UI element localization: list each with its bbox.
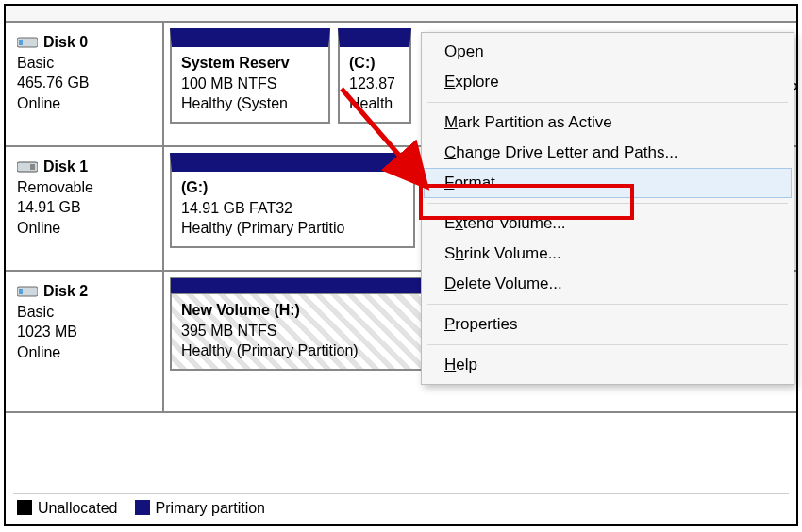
legend-label: Unallocated — [38, 500, 118, 516]
disk-basic-icon — [17, 36, 38, 49]
menu-separator — [427, 304, 788, 305]
svg-rect-5 — [19, 289, 23, 294]
disk-status: Online — [17, 218, 155, 239]
menu-separator — [427, 203, 788, 204]
legend-label: Primary partition — [156, 500, 265, 516]
disk-type: Removable — [17, 177, 155, 198]
legend: Unallocated Primary partition — [13, 493, 789, 523]
menu-open[interactable]: Open — [424, 37, 792, 67]
menu-format[interactable]: Format... — [424, 168, 792, 198]
menu-extend[interactable]: Extend Volume... — [424, 208, 792, 239]
menu-change-letter[interactable]: Change Drive Letter and Paths... — [424, 138, 792, 168]
svg-rect-3 — [30, 164, 35, 170]
menu-separator — [427, 344, 788, 345]
menu-delete[interactable]: Delete Volume... — [424, 269, 792, 299]
disk-status: Online — [17, 93, 155, 114]
partition-health: Healthy (Primary Partitio — [181, 218, 404, 239]
disk-name: Disk 0 — [43, 32, 88, 53]
menu-mark-active[interactable]: Mark Partition as Active — [424, 108, 792, 138]
disk-info-panel: Disk 0 Basic 465.76 GB Online — [6, 23, 164, 145]
swatch-navy — [135, 500, 150, 515]
partition-detail: 14.91 GB FAT32 — [181, 198, 404, 219]
menu-separator — [427, 102, 788, 103]
svg-rect-1 — [19, 40, 23, 45]
disk-size: 465.76 GB — [17, 73, 155, 93]
menu-properties[interactable]: Properties — [424, 309, 792, 340]
partition-health: Health — [349, 93, 400, 114]
context-menu: Open Explore Mark Partition as Active Ch… — [421, 32, 794, 385]
disk-info-panel: Disk 2 Basic 1023 MB Online — [6, 272, 164, 411]
legend-unallocated: Unallocated — [17, 500, 118, 517]
partition-name: (G:) — [181, 177, 404, 198]
menu-help[interactable]: Help — [424, 350, 792, 380]
disk-size: 14.91 GB — [17, 197, 155, 218]
partition-detail: 123.87 — [349, 74, 400, 94]
partition-c[interactable]: (C:) 123.87 Health — [338, 28, 411, 124]
partition-health: Healthy (Systen — [181, 93, 319, 114]
menu-shrink[interactable]: Shrink Volume... — [424, 239, 792, 269]
disk-basic-icon — [17, 285, 38, 298]
disk-size: 1023 MB — [17, 322, 155, 342]
partition-name: (C:) — [349, 53, 400, 74]
partition-detail: 100 MB NTFS — [181, 74, 319, 94]
disk-info-panel: Disk 1 Removable 14.91 GB Online — [6, 147, 164, 270]
disk-removable-icon — [17, 160, 38, 174]
partition-name: System Reserv — [181, 53, 319, 74]
disk-management-window: Disk 0 Basic 465.76 GB Online System Res… — [4, 4, 798, 526]
disk-name: Disk 2 — [43, 281, 88, 302]
swatch-black — [17, 500, 32, 515]
menu-explore[interactable]: Explore — [424, 67, 792, 97]
disk-name: Disk 1 — [43, 157, 88, 177]
legend-primary: Primary partition — [135, 500, 265, 517]
disk-status: Online — [17, 342, 155, 363]
partition-system-reserved[interactable]: System Reserv 100 MB NTFS Healthy (Syste… — [170, 28, 330, 124]
disk-type: Basic — [17, 302, 155, 323]
top-spacer — [6, 6, 796, 23]
partition-g[interactable]: (G:) 14.91 GB FAT32 Healthy (Primary Par… — [170, 153, 415, 248]
disk-type: Basic — [17, 53, 155, 74]
